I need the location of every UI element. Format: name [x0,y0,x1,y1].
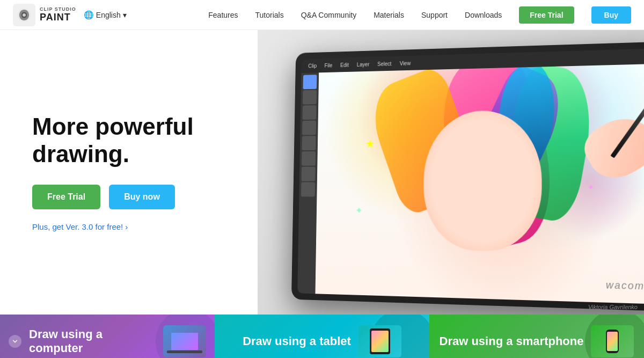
bottom-cards: Draw using a computer Draw using a table… [0,315,644,358]
smartphone-thumb-inner [591,325,634,357]
lang-arrow: ▾ [123,11,127,19]
laptop-shape [171,333,198,350]
hero-content: More powerful drawing. Free Trial Buy no… [0,30,274,315]
nav-tutorials[interactable]: Tutorials [255,11,284,19]
menu-clip: Clip [305,63,320,69]
tablet-thumb-inner [358,325,401,357]
promo-text: Plus, get Ver. 3.0 for free! [32,222,123,231]
hero-title: More powerful drawing. [32,113,241,167]
tablet-screen: Clip File Edit Layer Select View [297,48,644,304]
hero-buy-button[interactable]: Buy now [109,185,175,209]
wacom-logo: wacom [606,280,644,293]
hand-shape [577,107,644,188]
nav-qa[interactable]: Q&A Community [301,11,356,19]
hero-free-trial-button[interactable]: Free Trial [32,185,100,209]
laptop-screen [171,333,198,350]
menu-edit: Edit [338,62,352,68]
tool-text [302,151,316,166]
menu-view: View [397,60,414,67]
smartphone-thumbnail [591,325,634,357]
menu-layer: Layer [354,61,372,67]
svg-point-1 [23,13,26,17]
card-computer-label: Draw using a computer [29,327,156,355]
card-computer[interactable]: Draw using a computer [0,315,215,358]
hero-section: Clip File Edit Layer Select View [0,30,644,315]
card-smartphone-label: Draw using a smartphone [440,334,584,348]
star-decoration-3: ✦ [355,204,362,216]
character-face [423,110,542,252]
computer-thumbnail [163,325,206,357]
tool-brush [303,75,317,89]
tool-zoom [302,167,316,181]
logo-text-bottom: PAINT [40,12,76,23]
tablet-thumbnail [358,325,401,357]
app-body: ★ ✦ ✦ [297,64,644,304]
tablet-mockup: Clip File Edit Layer Select View [284,46,644,304]
canvas-artwork: ★ ✦ ✦ [315,64,644,304]
clip-studio-icon [17,8,32,23]
star-decoration-1: ★ [365,137,375,150]
hand-with-pen [553,97,644,198]
nav-support[interactable]: Support [421,11,448,19]
tablet-device-shape [370,328,390,354]
nav-features[interactable]: Features [208,11,238,19]
card-tablet[interactable]: Draw using a tablet [215,315,429,358]
hero-buttons: Free Trial Buy now [32,185,241,209]
lang-label: English [96,11,121,19]
phone-device-shape [606,330,619,353]
tablet-screen-mini [371,331,389,352]
tablet-frame: Clip File Edit Layer Select View [291,41,644,311]
logo-text: CLIP STUDIO PAINT [40,7,76,23]
phone-screen-mini [607,332,618,351]
promo-link[interactable]: Plus, get Ver. 3.0 for free! › [32,222,241,231]
header-free-trial-button[interactable]: Free Trial [519,6,574,24]
computer-thumb-inner [163,325,206,357]
menu-select: Select [375,61,395,67]
nav-materials[interactable]: Materials [374,11,404,19]
header: CLIP STUDIO PAINT 🌐 English ▾ Features T… [0,0,644,30]
tool-eraser [303,90,317,105]
card-tablet-label: Draw using a tablet [243,334,351,348]
promo-arrow: › [125,222,128,231]
tool-select [303,105,317,120]
logo[interactable]: CLIP STUDIO PAINT [13,4,76,26]
language-selector[interactable]: 🌐 English ▾ [84,10,127,20]
artwork-credit: Viktoria Gavrilenko [588,304,638,310]
card-smartphone[interactable]: Draw using a smartphone [429,315,644,358]
chevron-down-icon [11,338,19,345]
tool-shape [302,136,316,150]
app-canvas: ★ ✦ ✦ [315,64,644,304]
computer-card-icon [9,335,21,348]
header-buy-button[interactable]: Buy [591,6,631,24]
main-nav: Features Tutorials Q&A Community Materia… [208,6,631,24]
menu-file: File [321,62,335,68]
logo-icon [13,4,35,26]
globe-icon: 🌐 [84,10,94,20]
tool-color [301,182,315,196]
header-left: CLIP STUDIO PAINT 🌐 English ▾ [13,4,127,26]
hero-background: Clip File Edit Layer Select View [258,30,644,315]
nav-downloads[interactable]: Downloads [465,11,502,19]
tool-move [302,121,316,135]
